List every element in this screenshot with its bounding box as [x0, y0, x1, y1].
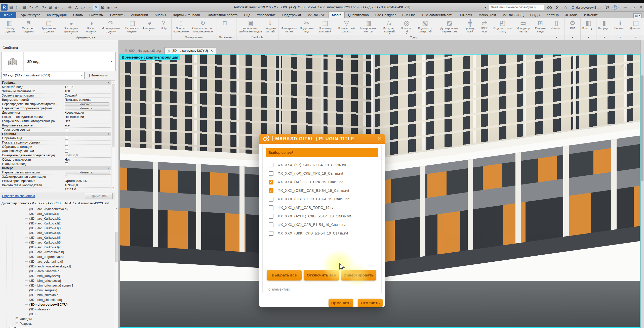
ribbon-tab-управление[interactable]: Управление [254, 12, 279, 18]
redo-icon[interactable]: ↷▾ [41, 4, 47, 11]
browser-scroll-thumb[interactable] [115, 232, 118, 262]
dialog-title-bar[interactable]: MARKSDIGITAL | PLUGIN TITLE ✕ [259, 134, 385, 144]
invert-button[interactable]: Инвертировать [341, 270, 376, 280]
ribbon-tab-конструкция[interactable]: Конструкция [44, 12, 70, 18]
tree-item[interactable]: +Погорелова [0, 326, 115, 328]
view-tab[interactable]: ▤000 - Начальный вид [122, 48, 164, 54]
ribbon-button-copy-sheets[interactable]: ▥Копирование листов [357, 19, 379, 33]
collapse-icon[interactable]: ∧ [108, 167, 110, 170]
ribbon-tab-надстройки[interactable]: Надстройки [279, 12, 304, 18]
property-value[interactable] [63, 175, 111, 178]
property-group-header[interactable]: Камера∧ [1, 166, 111, 170]
panel-label[interactable]: ▾ [612, 35, 628, 40]
ribbon-button-lintel[interactable]: ⊓ [218, 19, 232, 27]
property-group-header[interactable]: Графика∧ [1, 81, 111, 85]
link-checkbox-checked[interactable]: ✓ [269, 180, 273, 184]
property-group-header[interactable]: Границы∧ [1, 132, 111, 136]
text-note-icon[interactable]: A [73, 4, 79, 11]
account-menu[interactable]: d.surovtsev43... ▾ [571, 5, 601, 9]
select-all-button[interactable]: Выбрать все [267, 270, 302, 280]
ribbon-button-load-links[interactable]: ⇓Загрузка связей [263, 19, 277, 33]
ribbon-tab-анализ[interactable]: Анализ [151, 12, 169, 18]
element-id-input[interactable] [293, 287, 377, 291]
ribbon-button-split-floor[interactable]: ◰Разделить пол/плиту [492, 19, 514, 33]
property-value[interactable] [63, 150, 111, 153]
search-expander-icon[interactable]: ▸ [485, 6, 486, 9]
ribbon-button-help[interactable]: ?Help [156, 19, 171, 30]
property-value[interactable]: Нет [63, 158, 111, 161]
viewport-scrollbar[interactable] [640, 40, 644, 328]
tree-item[interactable]: {3D - arc_pogorelova.a} [0, 254, 115, 259]
ribbon-button-view-templates[interactable]: ▣Управление шаблонами видов [237, 19, 263, 33]
ribbon-button-engineering-menu[interactable]: ▯Инжене... [550, 19, 564, 30]
ribbon-button-search-by-id[interactable]: ◎Поиск по Id▾ [400, 19, 414, 35]
ribbon-tab-формы-и-генплан[interactable]: Формы и генплан [169, 12, 203, 18]
search-icon[interactable] [547, 5, 552, 10]
tree-item[interactable]: {3D - arc_Kulikova.l}7 [0, 245, 115, 250]
panel-label[interactable]: ▾ [628, 35, 644, 40]
link-checkbox[interactable] [269, 205, 273, 210]
collapse-icon[interactable]: ∧ [108, 81, 110, 84]
tree-item[interactable]: {3D - arc_Kulikova.l}5 [0, 235, 115, 240]
ribbon-button-clash-review[interactable]: ◫Просмотр коллизий [315, 19, 336, 33]
tree-item[interactable]: {3D - bim_orlovtsev.a} копия 1 [0, 283, 115, 288]
tree-item[interactable]: {3D - bim_shirokih.d} [0, 293, 115, 297]
panel-label[interactable]: ▾ [596, 35, 612, 40]
tree-item[interactable]: {3D - arc_Kulikova.l}4 [0, 230, 115, 235]
ribbon-tab-вставить[interactable]: Вставить [107, 12, 128, 18]
property-value[interactable]: 169698,8 [63, 183, 111, 187]
ribbon-button-finish-manager[interactable]: ⚑Менеджер отделки [19, 19, 38, 33]
tree-item[interactable]: {3D - vlasova} [0, 307, 115, 312]
ribbon-tab-marks[interactable]: Marks [329, 12, 345, 18]
ribbon-button-finish-ignore[interactable]: ↷Игнорировать отделку▾ [99, 19, 122, 35]
scroll-up-icon[interactable]: ∧ [111, 81, 115, 84]
ribbon-button-grid-boundary[interactable]: ╋Граница осей [463, 19, 477, 33]
save-file-icon[interactable]: ▦ [21, 4, 27, 11]
scroll-down-icon[interactable]: ∨ [111, 187, 115, 189]
property-value[interactable]: Изменить... [63, 102, 111, 106]
property-value[interactable]: Изменить... [63, 171, 111, 174]
edit-button[interactable]: Изменить... [65, 107, 109, 110]
property-value[interactable]: 304800,0 [63, 154, 111, 157]
tree-item[interactable]: {3D - arc_volzhanina.d} [0, 259, 115, 264]
ribbon-tab-diroots[interactable]: DiRoots [457, 12, 475, 18]
link-checkbox[interactable] [269, 197, 273, 202]
cart-icon[interactable] [605, 5, 610, 10]
ribbon-button-crop-view[interactable]: ✂Подрезать вид [299, 19, 315, 33]
link-checkbox[interactable] [269, 163, 273, 167]
property-value[interactable]: Показать оригинал [63, 98, 111, 102]
property-value[interactable] [63, 145, 111, 148]
dialog-apply-button[interactable]: Прменить [329, 299, 353, 307]
deselect-all-button[interactable]: Отключить все [304, 270, 339, 280]
expand-icon[interactable]: + [16, 317, 18, 320]
ribbon-display-toggle[interactable]: ▤ ▾ [633, 13, 641, 18]
restore-button[interactable]: ▭ [632, 5, 635, 9]
collapse-icon[interactable]: ∧ [108, 132, 110, 136]
ribbon-button-work-menu[interactable]: ℹРабота... [613, 19, 627, 30]
ribbon-tab-marks-общ[interactable]: MARKS-ОБЩ [499, 12, 527, 18]
measure-icon[interactable]: ⌀▾ [54, 4, 60, 11]
ribbon-button-analytics[interactable]: ◕Аналитика▾ [142, 19, 156, 32]
tree-item[interactable]: {3D - arc_Kulikova.l}6 [0, 240, 115, 245]
ribbon-tab-изменить[interactable]: Изменить [581, 12, 603, 18]
ribbon-button-create-views[interactable]: ⊞Создать виды [533, 19, 548, 33]
tree-item[interactable]: +Фасады [0, 316, 115, 321]
properties-help-link[interactable]: Справка по свойствам [2, 194, 85, 198]
viewport-scroll-thumb[interactable] [641, 75, 643, 181]
print-icon[interactable]: ⊟ [47, 4, 53, 11]
tree-item[interactable]: {3D - bim_konyaev.v} [0, 273, 115, 278]
tree-item[interactable]: {3D - d.surovtsev43CYU} [0, 302, 115, 307]
property-value[interactable]: 25121,0 [63, 188, 111, 190]
property-value[interactable] [63, 162, 111, 165]
property-checkbox[interactable] [65, 128, 68, 131]
default-3d-view-icon[interactable]: ⌂▾ [80, 4, 86, 11]
ribbon-button-context-filter[interactable]: ▽Контекстный фильтр [336, 19, 357, 33]
ribbon-button-boundary-operations[interactable]: ◒Операции с границами▾ [59, 19, 83, 35]
property-checkbox[interactable] [65, 150, 68, 153]
property-value[interactable]: Изменить... [63, 107, 111, 110]
ribbon-tab-site-designer[interactable]: Site Designer [372, 12, 399, 18]
type-selector[interactable]: 3D вид ▾ [1, 52, 116, 71]
ribbon-button-extras-menu[interactable]: ▤Дополн... [629, 19, 643, 30]
tree-item[interactable]: {3D} [0, 312, 115, 316]
close-inactive-windows-icon[interactable]: ⊠ [100, 4, 106, 11]
